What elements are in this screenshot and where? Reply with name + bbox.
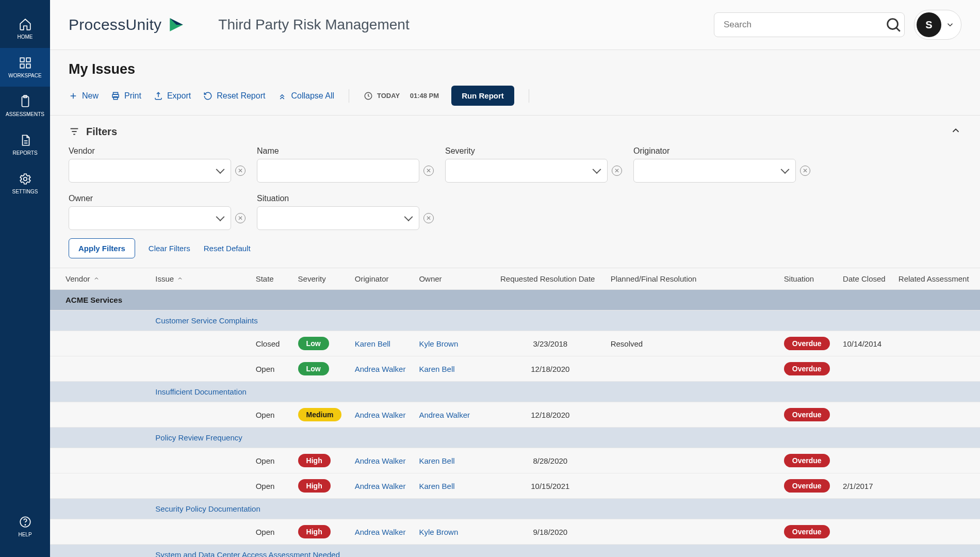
user-menu[interactable]: S	[914, 10, 961, 40]
severity-clear[interactable]: ✕	[612, 166, 622, 176]
sidebar-item-assessments[interactable]: ASSESSMENTS	[0, 87, 50, 125]
situation-badge: Overdue	[784, 479, 830, 493]
collapse-all-button[interactable]: Collapse All	[277, 91, 334, 101]
filter-label-originator: Originator	[633, 146, 810, 156]
originator-link[interactable]: Andrea Walker	[355, 456, 406, 465]
owner-clear[interactable]: ✕	[235, 213, 246, 223]
col-originator[interactable]: Originator	[350, 268, 414, 290]
sidebar-item-label: HOME	[18, 34, 33, 40]
owner-select[interactable]	[69, 206, 231, 230]
severity-badge: High	[298, 454, 331, 467]
table-row: OpenLowAndrea WalkerKaren Bell12/18/2020…	[50, 356, 980, 382]
col-planned[interactable]: Planned/Final Resolution	[606, 268, 779, 290]
search-input[interactable]	[724, 20, 885, 30]
situation-badge: Overdue	[784, 362, 830, 375]
col-requested[interactable]: Requested Resolution Date	[495, 268, 606, 290]
severity-select[interactable]	[445, 159, 608, 183]
table-row: OpenMediumAndrea WalkerAndrea Walker12/1…	[50, 402, 980, 428]
svg-point-8	[25, 525, 25, 525]
col-issue[interactable]: Issue	[150, 268, 250, 290]
issue-link[interactable]: System and Data Center Access Assessment…	[155, 550, 340, 557]
clear-filters-button[interactable]: Clear Filters	[149, 244, 190, 253]
owner-link[interactable]: Kyle Brown	[419, 339, 458, 348]
issue-link[interactable]: Policy Review Frequency	[155, 433, 242, 442]
severity-badge: Low	[298, 362, 329, 375]
originator-link[interactable]: Andrea Walker	[355, 482, 406, 490]
sidebar-item-workspace[interactable]: WORKSPACE	[0, 48, 50, 87]
svg-line-12	[896, 28, 900, 31]
sidebar-item-settings[interactable]: SETTINGS	[0, 164, 50, 203]
owner-link[interactable]: Karen Bell	[419, 456, 454, 465]
filters-panel: Filters Vendor ✕ Name ✕	[50, 116, 980, 268]
workspace-icon	[19, 56, 32, 70]
sidebar-item-home[interactable]: HOME	[0, 9, 50, 48]
name-input[interactable]	[257, 159, 419, 183]
owner-link[interactable]: Kyle Brown	[419, 528, 458, 536]
brand-name: ProcessUnity	[69, 16, 161, 34]
col-closed[interactable]: Date Closed	[838, 268, 893, 290]
severity-badge: Low	[298, 337, 329, 350]
subgroup-row[interactable]: Policy Review Frequency	[50, 428, 980, 448]
issue-link[interactable]: Customer Service Complaints	[155, 316, 257, 325]
situation-badge: Overdue	[784, 408, 830, 421]
reset-report-button[interactable]: Reset Report	[203, 91, 265, 101]
col-situation[interactable]: Situation	[779, 268, 838, 290]
situation-select[interactable]	[257, 206, 419, 230]
severity-badge: High	[298, 479, 331, 493]
export-icon	[154, 91, 163, 101]
chevron-down-icon	[945, 20, 955, 29]
sort-asc-icon	[93, 275, 100, 282]
chevron-up-icon	[950, 125, 961, 136]
page-title: My Issues	[69, 61, 961, 77]
table-wrap: Vendor Issue State Severity Originator O…	[50, 268, 980, 557]
col-vendor[interactable]: Vendor	[50, 268, 150, 290]
sort-asc-icon	[177, 275, 183, 282]
export-button[interactable]: Export	[154, 91, 191, 101]
help-icon	[19, 515, 32, 529]
vendor-select[interactable]	[69, 159, 231, 183]
col-severity[interactable]: Severity	[293, 268, 350, 290]
clock-icon	[364, 91, 373, 101]
owner-link[interactable]: Karen Bell	[419, 365, 454, 373]
vendor-clear[interactable]: ✕	[235, 166, 246, 176]
search-icon[interactable]	[885, 16, 902, 34]
run-report-button[interactable]: Run Report	[451, 86, 514, 106]
sidebar-item-label: HELP	[18, 532, 31, 537]
sidebar-item-label: REPORTS	[12, 150, 37, 156]
issue-link[interactable]: Security Policy Documentation	[155, 504, 260, 513]
table-row: OpenHighAndrea WalkerKaren Bell8/28/2020…	[50, 448, 980, 473]
col-owner[interactable]: Owner	[414, 268, 495, 290]
col-assessment[interactable]: Related Assessment	[893, 268, 980, 290]
originator-link[interactable]: Andrea Walker	[355, 411, 406, 419]
originator-link[interactable]: Karen Bell	[355, 339, 390, 348]
issues-table: Vendor Issue State Severity Originator O…	[50, 268, 980, 557]
main: ProcessUnity Third Party Risk Management…	[50, 0, 980, 557]
name-clear[interactable]: ✕	[423, 166, 434, 176]
filters-title: Filters	[86, 126, 117, 138]
subgroup-row[interactable]: Security Policy Documentation	[50, 499, 980, 519]
originator-clear[interactable]: ✕	[800, 166, 810, 176]
filters-collapse-toggle[interactable]	[950, 125, 961, 138]
group-row[interactable]: ACME Services	[50, 290, 980, 310]
originator-link[interactable]: Andrea Walker	[355, 528, 406, 536]
originator-select[interactable]	[633, 159, 796, 183]
issue-link[interactable]: Insufficient Documentation	[155, 387, 247, 396]
sidebar-item-reports[interactable]: REPORTS	[0, 125, 50, 164]
situation-badge: Overdue	[784, 525, 830, 538]
plus-icon	[69, 91, 78, 101]
new-button[interactable]: New	[69, 91, 99, 101]
situation-clear[interactable]: ✕	[423, 213, 434, 223]
sidebar-item-help[interactable]: HELP	[0, 507, 50, 546]
originator-link[interactable]: Andrea Walker	[355, 365, 406, 373]
col-state[interactable]: State	[251, 268, 293, 290]
subgroup-row[interactable]: Customer Service Complaints	[50, 310, 980, 331]
owner-link[interactable]: Andrea Walker	[419, 411, 470, 419]
apply-filters-button[interactable]: Apply Filters	[69, 238, 135, 258]
reset-default-button[interactable]: Reset Default	[204, 244, 251, 253]
collapse-icon	[277, 91, 287, 101]
subgroup-row[interactable]: Insufficient Documentation	[50, 382, 980, 402]
subgroup-row[interactable]: System and Data Center Access Assessment…	[50, 545, 980, 558]
owner-link[interactable]: Karen Bell	[419, 482, 454, 490]
print-button[interactable]: Print	[111, 91, 141, 101]
home-icon	[19, 18, 32, 31]
